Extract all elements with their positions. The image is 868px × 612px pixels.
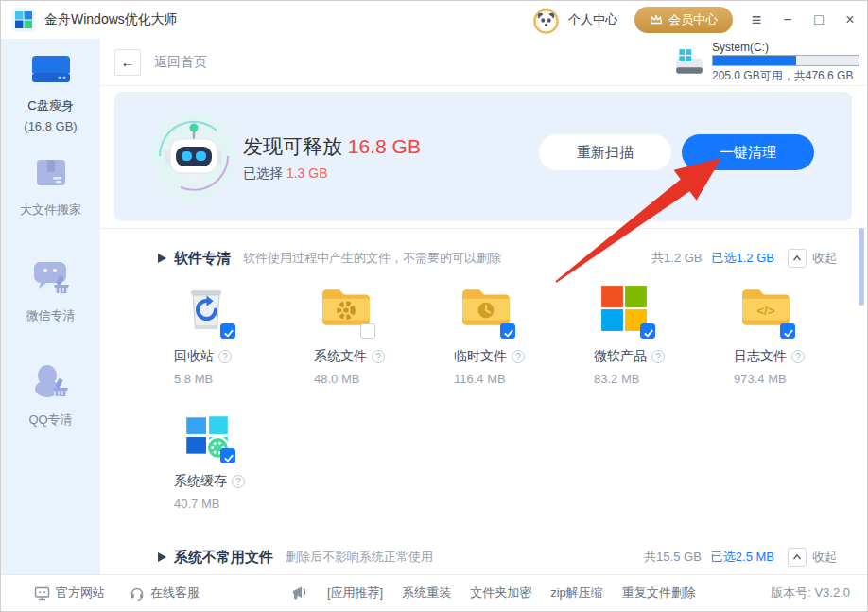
footer-link-folder-encrypt[interactable]: 文件夹加密: [470, 585, 531, 602]
help-icon[interactable]: ?: [651, 350, 665, 363]
collapse-label[interactable]: 收起: [812, 549, 837, 566]
section-selected: 已选2.5 MB: [711, 549, 774, 566]
item-checkbox[interactable]: [780, 323, 795, 339]
recommend-tag: [应用推荐]: [327, 585, 383, 602]
item-label: 回收站: [174, 348, 214, 365]
app-window: 金舟Windows优化大师 个人中心 会员中心 ≡ − □: [0, 0, 868, 612]
releasable-size: 16.8 GB: [348, 135, 421, 157]
help-icon[interactable]: ?: [218, 350, 232, 363]
close-button[interactable]: ×: [842, 1, 858, 39]
clean-item-system-cache: 系统缓存? 40.7 MB: [158, 410, 298, 531]
titlebar: 金舟Windows优化大师 个人中心 会员中心 ≡ − □: [1, 1, 867, 39]
section-total: 共15.5 GB: [644, 549, 702, 566]
megaphone-icon: [290, 585, 308, 602]
item-checkbox[interactable]: [500, 323, 515, 339]
sidebar-item-label: C盘瘦身: [1, 97, 100, 114]
collapse-button[interactable]: [788, 249, 807, 268]
chevron-up-icon: [790, 252, 804, 265]
version-label: 版本号: V3.2.0: [771, 575, 850, 611]
svg-text:</>: </>: [756, 304, 775, 318]
item-size: 973.4 MB: [734, 372, 858, 386]
section-desc: 删除后不影响系统正常使用: [286, 549, 433, 566]
item-checkbox[interactable]: [640, 323, 655, 339]
disk-usage-text: 205.0 GB可用，共476.6 GB: [712, 68, 859, 84]
item-size: 40.7 MB: [174, 497, 298, 511]
releasable-text: 发现可释放 16.8 GB: [243, 133, 421, 160]
sidebar: C盘瘦身 (16.8 GB) 大文件搬家 微信专清: [1, 39, 100, 576]
box-icon: [33, 154, 69, 190]
rescan-button[interactable]: 重新扫描: [539, 134, 671, 170]
user-center-link[interactable]: 个人中心: [568, 11, 617, 28]
footer-link-system-reinstall[interactable]: 系统重装: [402, 585, 451, 602]
clean-item-recycle-bin: 回收站? 5.8 MB: [158, 285, 298, 406]
sidebar-item-big-file-mover[interactable]: 大文件搬家: [1, 154, 100, 219]
divider: [100, 228, 867, 229]
section-title: 软件专清: [174, 250, 231, 268]
collapse-button[interactable]: [788, 548, 807, 567]
footer-link-duplicate-delete[interactable]: 重复文件删除: [622, 585, 696, 602]
item-checkbox[interactable]: [220, 448, 235, 463]
triangle-icon: [158, 254, 166, 263]
section-system-unused-header: 系统不常用文件 删除后不影响系统正常使用 共15.5 GB 已选2.5 MB 收…: [158, 547, 837, 568]
disk-icon: [31, 52, 71, 86]
online-support-link[interactable]: 在线客服: [130, 585, 200, 602]
avatar[interactable]: [532, 7, 560, 34]
official-site-link[interactable]: 官方网站: [34, 585, 105, 602]
back-home-label[interactable]: 返回首页: [154, 54, 207, 71]
help-icon[interactable]: ?: [791, 350, 805, 363]
clean-item-temp-files: 临时文件? 116.4 MB: [438, 285, 578, 406]
crown-icon: [650, 14, 663, 26]
footer-link-zip-unzip[interactable]: zip解压缩: [550, 585, 603, 602]
section-software-clean-header: 软件专清 软件使用过程中产生的文件，不需要的可以删除 共1.2 GB 已选1.2…: [158, 248, 837, 269]
collapse-label[interactable]: 收起: [812, 250, 837, 267]
item-size: 83.2 MB: [594, 372, 718, 386]
sidebar-item-qq-clean[interactable]: QQ专清: [1, 362, 100, 428]
disk-usage-bar: [712, 55, 859, 66]
sidebar-item-sublabel: (16.8 GB): [1, 119, 100, 133]
disk-usage-fill: [713, 56, 796, 65]
footer: 官方网站 在线客服 [应用推荐] 系统重装 文件夹加密 zip解压: [1, 574, 867, 611]
maximize-button[interactable]: □: [811, 1, 826, 39]
minimize-button[interactable]: −: [780, 1, 795, 39]
qq-clean-icon: [31, 362, 71, 400]
item-label: 微软产品: [594, 348, 647, 365]
clean-item-log-files: </> 日志文件? 973.4 MB: [718, 285, 858, 406]
scrollbar-thumb[interactable]: [859, 228, 864, 306]
subheader: ← 返回首页 System(C:) 205.0 GB可用，共476.6 GB: [100, 39, 867, 86]
help-icon[interactable]: ?: [512, 350, 525, 363]
section-desc: 软件使用过程中产生的文件，不需要的可以删除: [243, 250, 501, 267]
chevron-up-icon: [790, 551, 804, 564]
item-label: 临时文件: [454, 348, 507, 365]
section-total: 共1.2 GB: [651, 250, 702, 267]
menu-icon[interactable]: ≡: [749, 1, 764, 39]
vip-center-button[interactable]: 会员中心: [634, 7, 733, 33]
sidebar-item-c-drive-slim[interactable]: C盘瘦身 (16.8 GB): [1, 52, 100, 133]
app-logo-icon: [11, 8, 36, 32]
robot-icon: [147, 109, 241, 203]
item-label: 系统文件: [314, 348, 367, 365]
sidebar-item-label: 大文件搬家: [1, 201, 100, 219]
clean-item-microsoft-products: 微软产品? 83.2 MB: [578, 285, 718, 406]
clean-item-system-files: 系统文件? 48.0 MB: [298, 285, 438, 406]
monitor-icon: [34, 586, 50, 601]
scan-result-banner: 发现可释放 16.8 GB 已选择 1.3 GB 重新扫描 一键清理: [114, 92, 852, 221]
help-icon[interactable]: ?: [232, 475, 245, 488]
selected-text: 已选择 1.3 GB: [243, 166, 327, 183]
one-click-clean-button[interactable]: 一键清理: [682, 134, 814, 170]
headset-icon: [130, 586, 145, 601]
disk-name: System(C:): [712, 41, 859, 54]
item-checkbox[interactable]: [360, 323, 375, 339]
main-content: 发现可释放 16.8 GB 已选择 1.3 GB 重新扫描 一键清理 软件专清 …: [100, 86, 867, 574]
section-selected: 已选1.2 GB: [712, 250, 774, 267]
app-title: 金舟Windows优化大师: [44, 11, 178, 28]
item-size: 116.4 MB: [454, 372, 578, 386]
item-size: 48.0 MB: [314, 372, 438, 386]
sidebar-item-label: 微信专清: [1, 307, 100, 324]
help-icon[interactable]: ?: [372, 350, 385, 363]
selected-size: 1.3 GB: [286, 166, 328, 181]
item-label: 系统缓存: [174, 473, 227, 490]
sidebar-item-wechat-clean[interactable]: 微信专清: [1, 258, 100, 324]
item-checkbox[interactable]: [220, 323, 235, 339]
back-button[interactable]: ←: [114, 49, 141, 76]
wechat-clean-icon: [31, 258, 71, 296]
